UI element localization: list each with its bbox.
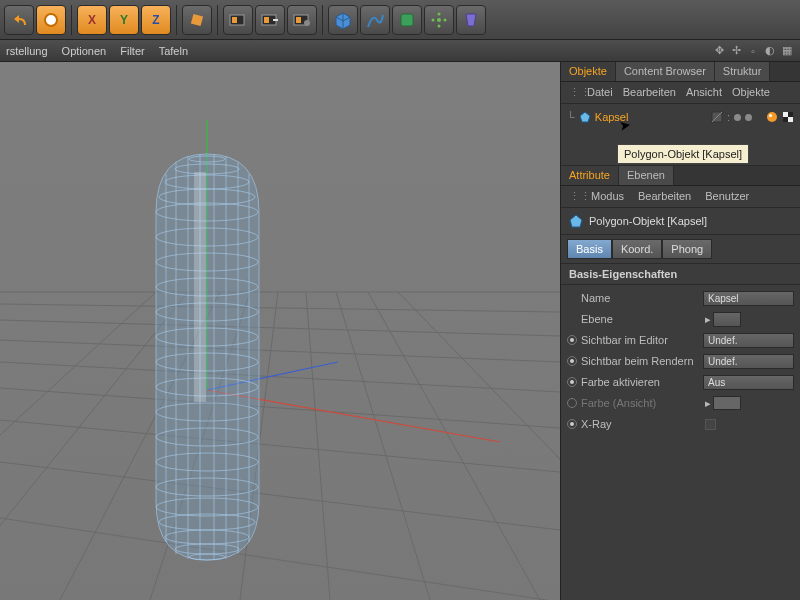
- color-swatch[interactable]: [713, 396, 741, 410]
- attribute-title-text: Polygon-Objekt [Kapsel]: [589, 215, 707, 227]
- phong-tag-icon[interactable]: [766, 111, 778, 123]
- divider: [71, 5, 72, 35]
- svg-line-23: [0, 518, 560, 600]
- render-picture-button[interactable]: [255, 5, 285, 35]
- object-tree-row[interactable]: └ Kapsel :: [567, 108, 794, 126]
- tab-struktur[interactable]: Struktur: [715, 62, 771, 81]
- prop-xray: X-Ray: [567, 415, 794, 433]
- attr-menu-modus[interactable]: Modus: [591, 190, 624, 203]
- property-list: Name Kapsel Ebene ▸ Sichtbar im Editor U…: [561, 285, 800, 437]
- right-panel: Objekte Content Browser Struktur ⋮⋮ Date…: [560, 62, 800, 600]
- live-select-button[interactable]: [36, 5, 66, 35]
- visibility-render-dot[interactable]: [745, 114, 752, 121]
- render-visibility-dropdown[interactable]: Undef.: [703, 354, 794, 369]
- layer-field[interactable]: [713, 312, 741, 327]
- object-tree[interactable]: └ Kapsel : ➤ Polygon-Objekt [Kapsel]: [561, 104, 800, 166]
- om-menu-ansicht[interactable]: Ansicht: [686, 86, 722, 99]
- svg-point-11: [438, 12, 441, 15]
- texture-tag-icon[interactable]: [782, 111, 794, 123]
- svg-point-0: [45, 14, 57, 26]
- object-manager-tabs: Objekte Content Browser Struktur: [561, 62, 800, 82]
- section-title: Basis-Eigenschaften: [561, 264, 800, 285]
- array-button[interactable]: [424, 5, 454, 35]
- prop-render-visibility: Sichtbar beim Rendern Undef.: [567, 352, 794, 370]
- svg-point-8: [304, 20, 310, 26]
- menu-tafeln[interactable]: Tafeln: [159, 45, 188, 57]
- tab-attribute[interactable]: Attribute: [561, 166, 619, 185]
- nurbs-button[interactable]: [392, 5, 422, 35]
- svg-point-14: [444, 18, 447, 21]
- polygon-object-icon: [579, 111, 591, 123]
- vp-layout-icon[interactable]: ▦: [780, 44, 794, 58]
- svg-rect-68: [783, 112, 788, 117]
- vp-orbit-icon[interactable]: ◐: [763, 44, 777, 58]
- svg-line-20: [0, 388, 560, 428]
- om-menu-objekte[interactable]: Objekte: [732, 86, 770, 99]
- object-manager-menu: ⋮⋮ Datei Bearbeiten Ansicht Objekte: [561, 82, 800, 104]
- subtab-phong[interactable]: Phong: [662, 239, 712, 259]
- cube-primitive-button[interactable]: [328, 5, 358, 35]
- visibility-editor-dot[interactable]: [734, 114, 741, 121]
- svg-point-65: [767, 112, 777, 122]
- tab-content-browser[interactable]: Content Browser: [616, 62, 715, 81]
- svg-line-22: [0, 462, 560, 530]
- attribute-subtabs: Basis Koord. Phong: [561, 235, 800, 264]
- menu-optionen[interactable]: Optionen: [62, 45, 107, 57]
- radio-icon[interactable]: [567, 419, 577, 429]
- svg-point-12: [438, 24, 441, 27]
- vp-zoom-icon[interactable]: ◦: [746, 44, 760, 58]
- prop-farbe-aktivieren: Farbe aktivieren Aus: [567, 373, 794, 391]
- axis-z-button[interactable]: Z: [141, 5, 171, 35]
- subtab-basis[interactable]: Basis: [567, 239, 612, 259]
- render-settings-button[interactable]: [287, 5, 317, 35]
- cursor-icon: ➤: [618, 116, 633, 134]
- deformer-button[interactable]: [456, 5, 486, 35]
- svg-rect-3: [232, 17, 237, 23]
- svg-line-28: [336, 292, 430, 600]
- tree-branch-icon: └: [567, 111, 575, 123]
- menu-filter[interactable]: Filter: [120, 45, 144, 57]
- prop-editor-visibility: Sichtbar im Editor Undef.: [567, 331, 794, 349]
- om-menu-bearbeiten[interactable]: Bearbeiten: [623, 86, 676, 99]
- coord-system-button[interactable]: [182, 5, 212, 35]
- svg-rect-62: [194, 172, 206, 402]
- xray-checkbox[interactable]: [705, 419, 716, 430]
- svg-line-31: [0, 292, 156, 600]
- svg-line-18: [0, 340, 560, 362]
- editor-visibility-dropdown[interactable]: Undef.: [703, 333, 794, 348]
- vp-config-icon[interactable]: ✥: [712, 44, 726, 58]
- vp-pan-icon[interactable]: ✢: [729, 44, 743, 58]
- undo-button[interactable]: [4, 5, 34, 35]
- layer-slot-icon[interactable]: [711, 111, 723, 123]
- divider: [176, 5, 177, 35]
- attr-menu-bearbeiten[interactable]: Bearbeiten: [638, 190, 691, 203]
- svg-point-66: [769, 114, 772, 117]
- viewport-3d[interactable]: [0, 62, 560, 600]
- divider: [322, 5, 323, 35]
- spline-button[interactable]: [360, 5, 390, 35]
- svg-line-16: [0, 304, 560, 312]
- prop-ebene: Ebene ▸: [567, 310, 794, 328]
- om-menu-datei[interactable]: Datei: [587, 86, 613, 99]
- axis-y-button[interactable]: Y: [109, 5, 139, 35]
- axis-x-button[interactable]: X: [77, 5, 107, 35]
- radio-icon[interactable]: [567, 377, 577, 387]
- attribute-menu: ⋮⋮ Modus Bearbeiten Benutzer: [561, 186, 800, 208]
- svg-rect-1: [191, 13, 203, 25]
- svg-rect-9: [401, 14, 413, 26]
- tab-objekte[interactable]: Objekte: [561, 62, 616, 81]
- attr-menu-benutzer[interactable]: Benutzer: [705, 190, 749, 203]
- menu-darstellung[interactable]: rstellung: [6, 45, 48, 57]
- render-view-button[interactable]: [223, 5, 253, 35]
- radio-icon[interactable]: [567, 356, 577, 366]
- svg-line-29: [368, 292, 540, 600]
- radio-icon[interactable]: [567, 335, 577, 345]
- color-enable-dropdown[interactable]: Aus: [703, 375, 794, 390]
- radio-icon[interactable]: [567, 398, 577, 408]
- subtab-koord[interactable]: Koord.: [612, 239, 662, 259]
- attribute-tabs: Attribute Ebenen: [561, 166, 800, 186]
- svg-line-27: [306, 292, 330, 600]
- svg-rect-69: [788, 117, 793, 122]
- tab-ebenen[interactable]: Ebenen: [619, 166, 674, 185]
- name-field[interactable]: Kapsel: [703, 291, 794, 306]
